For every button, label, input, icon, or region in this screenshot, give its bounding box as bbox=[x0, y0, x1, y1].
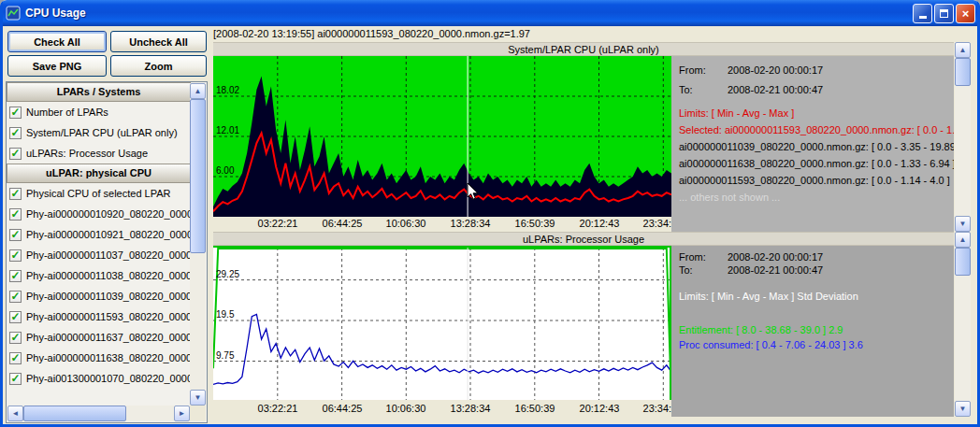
checkbox-icon[interactable]: ✓ bbox=[9, 249, 22, 262]
scroll-left-icon[interactable]: ◄ bbox=[7, 406, 23, 421]
x-tick-label: 10:06:30 bbox=[380, 403, 432, 414]
sidebar-checkbox-item[interactable]: ✓Phy-ai000000011638_080220_0000.n bbox=[7, 348, 191, 368]
checkbox-icon[interactable]: ✓ bbox=[9, 291, 22, 303]
zoom-button[interactable]: Zoom bbox=[110, 55, 207, 77]
checkbox-label: uLPARs: Processor Usage bbox=[26, 148, 148, 159]
checkbox-label: System/LPAR CPU (uLPAR only) bbox=[26, 127, 178, 138]
maximize-button[interactable] bbox=[934, 4, 954, 23]
sidebar-section-header: LPARs / Systems bbox=[7, 82, 191, 102]
top-chart-x-axis: 03:22:2106:44:2510:06:3013:28:3416:50:39… bbox=[213, 218, 699, 233]
save-png-button[interactable]: Save PNG bbox=[7, 55, 107, 77]
checkbox-icon[interactable]: ✓ bbox=[9, 229, 22, 241]
checkbox-icon[interactable]: ✓ bbox=[9, 188, 22, 200]
close-icon: × bbox=[962, 7, 970, 21]
checkbox-label: Phy-ai000000011638_080220_0000.n bbox=[26, 352, 191, 363]
scroll-up-icon[interactable]: ▲ bbox=[190, 83, 206, 99]
scroll-up-icon[interactable]: ▲ bbox=[955, 232, 971, 248]
y-tick-label: 19.5 bbox=[216, 309, 235, 320]
checkbox-icon[interactable]: ✓ bbox=[9, 107, 22, 119]
checkbox-icon[interactable]: ✓ bbox=[9, 127, 22, 139]
x-tick-label: 16:50:39 bbox=[509, 218, 561, 229]
sidebar-vertical-scrollbar[interactable]: ▲ ▼ bbox=[190, 83, 206, 406]
sidebar-checkbox-item[interactable]: ✓Number of LPARs bbox=[7, 102, 191, 122]
checkbox-label: Phy-ai000000011637_080220_0000.n bbox=[26, 332, 191, 343]
checkbox-icon[interactable]: ✓ bbox=[9, 332, 22, 344]
y-tick-label: 6.00 bbox=[216, 165, 235, 176]
info-limits-line: Limits: [ Min - Avg - Max ] Std Deviatio… bbox=[679, 291, 946, 302]
checkbox-label: Number of LPARs bbox=[26, 107, 108, 118]
sidebar-checkbox-item[interactable]: ✓Phy-ai000000011039_080220_0000.n bbox=[7, 286, 191, 306]
x-tick-label: 20:12:43 bbox=[573, 403, 626, 414]
info-line: ... others not shown ... bbox=[679, 192, 946, 203]
sidebar-panel: LPARs / Systems✓Number of LPARs✓System/L… bbox=[6, 81, 208, 423]
ulpar-processor-usage-chart[interactable]: 9.7519.529.25 bbox=[213, 246, 671, 400]
checkbox-icon[interactable]: ✓ bbox=[9, 311, 22, 323]
checkbox-label: Phy-ai000000011037_080220_0000.n bbox=[26, 249, 191, 261]
y-tick-label: 18.02 bbox=[216, 85, 239, 95]
sidebar-checkbox-item[interactable]: ✓Phy-ai000000011038_080220_0000.n bbox=[7, 265, 191, 286]
status-line: [2008-02-20 13:19:55] ai000000011593_080… bbox=[213, 28, 868, 41]
sidebar-checkbox-item[interactable]: ✓Phy-ai000000011037_080220_0000.n bbox=[7, 245, 191, 265]
checkbox-icon[interactable]: ✓ bbox=[9, 148, 22, 160]
scroll-down-icon[interactable]: ▼ bbox=[955, 401, 971, 417]
sidebar-list: LPARs / Systems✓Number of LPARs✓System/L… bbox=[7, 82, 191, 406]
info-limits-line: Limits: [ Min - Avg - Max ] bbox=[679, 107, 946, 119]
sidebar-checkbox-item[interactable]: ✓Phy-ai000000010921_080220_0000.n bbox=[7, 224, 191, 245]
x-tick-label: 03:22:21 bbox=[252, 403, 304, 414]
checkbox-icon[interactable]: ✓ bbox=[9, 373, 22, 385]
sidebar-checkbox-item[interactable]: ✓Physical CPU of selected LPAR bbox=[7, 183, 191, 204]
info-range-row: From:2008-02-20 00:00:17 bbox=[679, 61, 946, 80]
checkbox-icon[interactable]: ✓ bbox=[9, 208, 22, 221]
uncheck-all-button[interactable]: Uncheck All bbox=[110, 31, 207, 52]
minimize-button[interactable] bbox=[913, 4, 932, 23]
bottom-chart-x-axis: 03:22:2106:44:2510:06:3013:28:3416:50:39… bbox=[213, 403, 699, 418]
x-tick-label: 10:06:30 bbox=[380, 218, 432, 229]
scroll-up-icon[interactable]: ▲ bbox=[955, 42, 971, 58]
close-button[interactable]: × bbox=[956, 4, 975, 23]
checkbox-label: Phy-ai000000011593_080220_0000.n bbox=[26, 311, 191, 322]
y-tick-label: 29.25 bbox=[216, 269, 239, 279]
info-range-row: From:2008-02-20 00:00:17 bbox=[679, 250, 946, 263]
scroll-right-icon[interactable]: ► bbox=[174, 406, 190, 421]
bottom-pane-scroll-thumb[interactable] bbox=[955, 248, 971, 276]
y-tick-label: 12.01 bbox=[216, 125, 239, 135]
checkbox-label: Phy-ai000000011039_080220_0000.n bbox=[26, 291, 191, 302]
top-pane-scroll-thumb[interactable] bbox=[955, 58, 971, 86]
checkbox-icon[interactable]: ✓ bbox=[9, 352, 22, 364]
info-range-row: To:2008-02-21 00:00:47 bbox=[679, 80, 946, 100]
checkbox-label: Phy-ai000000010921_080220_0000.n bbox=[26, 229, 191, 240]
checkbox-icon[interactable]: ✓ bbox=[9, 270, 22, 282]
top-chart-title: System/LPAR CPU (uLPAR only) bbox=[213, 42, 954, 56]
info-line: Selected: ai000000011593_080220_0000.nmo… bbox=[679, 124, 946, 135]
checkbox-label: Physical CPU of selected LPAR bbox=[26, 188, 170, 199]
sidebar-vscroll-thumb[interactable] bbox=[190, 99, 206, 253]
sidebar-checkbox-item[interactable]: ✓Phy-ai000000011637_080220_0000.n bbox=[7, 327, 191, 348]
sidebar-horizontal-scrollbar[interactable]: ◄ ► bbox=[7, 406, 190, 421]
top-pane-scrollbar[interactable]: ▲ ▼ bbox=[955, 42, 971, 232]
x-tick-label: 06:44:25 bbox=[316, 403, 368, 414]
minimize-icon bbox=[919, 16, 927, 19]
sidebar-section-header: uLPAR: physical CPU bbox=[7, 164, 191, 183]
x-tick-label: 06:44:25 bbox=[316, 218, 368, 229]
sidebar-checkbox-item[interactable]: ✓uLPARs: Processor Usage bbox=[7, 143, 191, 164]
bottom-pane-scrollbar[interactable]: ▲ ▼ bbox=[955, 232, 971, 417]
scroll-down-icon[interactable]: ▼ bbox=[190, 390, 206, 406]
titlebar[interactable]: CPU Usage × bbox=[0, 0, 980, 26]
app-icon bbox=[6, 6, 21, 21]
info-line: ai000000011593_080220_0000.nmon.gz: [ 0.… bbox=[679, 175, 946, 186]
sidebar-checkbox-item[interactable]: ✓Phy-ai001300001070_080220_0000.n bbox=[7, 368, 191, 389]
sidebar-checkbox-item[interactable]: ✓System/LPAR CPU (uLPAR only) bbox=[7, 122, 191, 143]
check-all-button[interactable]: Check All bbox=[7, 31, 107, 52]
scroll-down-icon[interactable]: ▼ bbox=[955, 216, 971, 232]
window-title: CPU Usage bbox=[25, 7, 913, 20]
x-tick-label: 20:12:43 bbox=[573, 218, 626, 229]
system-lpar-cpu-chart[interactable]: 6.0012.0118.02 bbox=[213, 56, 671, 217]
maximize-icon bbox=[940, 9, 948, 18]
info-range-row: To:2008-02-21 00:00:47 bbox=[679, 263, 946, 277]
checkbox-label: Phy-ai000000011038_080220_0000.n bbox=[26, 270, 191, 281]
top-chart-info-panel: From:2008-02-20 00:00:17To:2008-02-21 00… bbox=[671, 56, 954, 232]
sidebar-checkbox-item[interactable]: ✓Phy-ai000000010920_080220_0000.n bbox=[7, 204, 191, 224]
sidebar-hscroll-thumb[interactable] bbox=[23, 406, 126, 421]
sidebar-checkbox-item[interactable]: ✓Phy-ai000000011593_080220_0000.n bbox=[7, 306, 191, 327]
checkbox-label: Phy-ai000000010920_080220_0000.n bbox=[26, 208, 191, 220]
